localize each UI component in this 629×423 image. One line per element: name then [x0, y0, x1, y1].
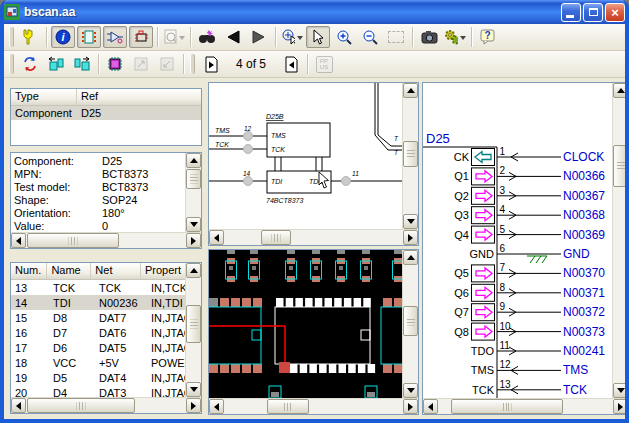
property-row[interactable]: Shape:SOP24: [11, 193, 185, 206]
net-name[interactable]: N00368: [563, 208, 605, 222]
scroll-up-button[interactable]: [186, 153, 201, 168]
column-header-properties[interactable]: Propert: [141, 263, 185, 279]
scroll-right-button[interactable]: [613, 399, 628, 414]
options-button[interactable]: [443, 26, 467, 48]
pcb-canvas[interactable]: [209, 250, 402, 398]
scrollbar-thumb[interactable]: [27, 233, 119, 248]
properties-hscrollbar[interactable]: [11, 232, 201, 248]
shrink-button[interactable]: [155, 53, 179, 75]
scroll-left-button[interactable]: [209, 399, 224, 414]
net-name[interactable]: N00373: [563, 325, 605, 339]
scroll-right-button[interactable]: [186, 233, 201, 248]
schematic-view-button[interactable]: [103, 26, 127, 48]
net-name[interactable]: N00369: [563, 228, 605, 242]
schematic-node[interactable]: [244, 132, 253, 141]
net-name[interactable]: N00367: [563, 189, 605, 203]
stamp-button[interactable]: PPUS: [312, 53, 336, 75]
minimize-button[interactable]: [561, 3, 581, 22]
scroll-left-button[interactable]: [11, 233, 26, 248]
scrollbar-thumb[interactable]: [186, 305, 201, 343]
expand-button[interactable]: [129, 53, 153, 75]
table-row[interactable]: 18VCC+5VPOWER: [11, 355, 185, 370]
pcb-hscrollbar[interactable]: [209, 398, 418, 414]
component-prev-button[interactable]: [44, 53, 68, 75]
table-row[interactable]: 17D6DAT5IN,JTAG: [11, 340, 185, 355]
scroll-right-button[interactable]: [403, 399, 418, 414]
zoom-in-button[interactable]: [332, 26, 356, 48]
page-next-button[interactable]: [279, 53, 303, 75]
pin-diagram-vscrollbar[interactable]: [612, 83, 628, 398]
schematic-canvas[interactable]: D25B TMS TCK TMS TCK TDI TDO 74BCT8373 1…: [209, 83, 402, 229]
forward-button[interactable]: [247, 26, 271, 48]
layout-view-button[interactable]: [129, 26, 153, 48]
page-prev-button[interactable]: [199, 53, 223, 75]
scrollbar-thumb[interactable]: [267, 399, 309, 414]
info-button[interactable]: i: [51, 26, 75, 48]
properties-vscrollbar[interactable]: [185, 153, 201, 232]
schematic-node[interactable]: [244, 177, 253, 186]
scroll-up-button[interactable]: [186, 263, 201, 278]
scrollbar-thumb[interactable]: [186, 169, 201, 189]
net-name[interactable]: TMS: [563, 363, 588, 377]
scroll-right-button[interactable]: [403, 230, 418, 245]
net-name[interactable]: CLOCK: [563, 150, 604, 164]
chip-colors-button[interactable]: [103, 53, 127, 75]
scrollbar-thumb[interactable]: [613, 145, 628, 187]
net-name[interactable]: TCK: [563, 383, 587, 397]
column-header-net[interactable]: Net: [91, 263, 141, 279]
pin-view-button[interactable]: [77, 26, 101, 48]
component-next-button[interactable]: [70, 53, 94, 75]
maximize-button[interactable]: [583, 3, 603, 22]
zoom-out-button[interactable]: [358, 26, 382, 48]
net-name[interactable]: N00241: [563, 344, 605, 358]
scroll-up-button[interactable]: [403, 250, 418, 265]
toolbar-grip[interactable]: [9, 27, 14, 47]
scroll-up-button[interactable]: [613, 83, 628, 98]
scrollbar-thumb[interactable]: [27, 398, 135, 413]
ref-table-row[interactable]: Component D25: [11, 106, 201, 120]
net-name[interactable]: N00372: [563, 305, 605, 319]
pcb-ic-left[interactable]: [209, 298, 262, 373]
pin-diagram-hscrollbar[interactable]: [423, 398, 628, 414]
net-name[interactable]: GND: [563, 247, 590, 261]
table-row[interactable]: 15D8DAT7IN,JTAG: [11, 310, 185, 325]
scroll-down-button[interactable]: [403, 214, 418, 229]
toolbar-grip[interactable]: [9, 54, 14, 74]
table-row[interactable]: 19D5DAT4IN,JTAG: [11, 370, 185, 385]
scroll-up-button[interactable]: [403, 83, 418, 98]
pcb-ic-selected[interactable]: [275, 298, 375, 373]
column-header-type[interactable]: Type: [11, 89, 77, 105]
property-row[interactable]: Component:D25: [11, 154, 185, 167]
column-header-ref[interactable]: Ref: [77, 89, 201, 105]
property-row[interactable]: MPN:BCT8373: [11, 167, 185, 180]
column-header-name[interactable]: Name: [47, 263, 91, 279]
schematic-hscrollbar[interactable]: [209, 229, 418, 245]
scroll-down-button[interactable]: [613, 383, 628, 398]
table-row[interactable]: 13TCKTCKIN,TCK: [11, 280, 185, 295]
scrollbar-thumb[interactable]: [403, 306, 418, 336]
pin-diagram-canvas[interactable]: D25 CK1CLOCKQ12N00366Q23N00367Q34N00368Q…: [423, 83, 608, 398]
pin-table-hscrollbar[interactable]: [11, 397, 201, 413]
close-button[interactable]: ×: [605, 3, 625, 22]
help-button[interactable]: ?: [476, 26, 500, 48]
scroll-down-button[interactable]: [403, 383, 418, 398]
table-row[interactable]: 20D4DAT3IN,JTAG: [11, 385, 185, 397]
pcb-vscrollbar[interactable]: [402, 250, 418, 398]
table-row[interactable]: 16D7DAT6IN,JTAG: [11, 325, 185, 340]
property-row[interactable]: Orientation:180°: [11, 206, 185, 219]
scrollbar-thumb[interactable]: [261, 230, 291, 245]
scroll-down-button[interactable]: [186, 382, 201, 397]
find-button[interactable]: [195, 26, 219, 48]
table-row[interactable]: 14TDIN00236IN,TDI: [11, 295, 185, 310]
property-row[interactable]: Test model:BCT8373: [11, 180, 185, 193]
preview-button[interactable]: [162, 26, 186, 48]
scroll-down-button[interactable]: [186, 217, 201, 232]
back-button[interactable]: [221, 26, 245, 48]
net-name[interactable]: N00370: [563, 266, 605, 280]
snapshot-button[interactable]: [417, 26, 441, 48]
scroll-left-button[interactable]: [11, 398, 26, 413]
setup-button[interactable]: [18, 26, 42, 48]
net-name[interactable]: N00366: [563, 169, 605, 183]
pin-table-vscrollbar[interactable]: [185, 263, 201, 397]
toolbar-grip[interactable]: [190, 54, 195, 74]
